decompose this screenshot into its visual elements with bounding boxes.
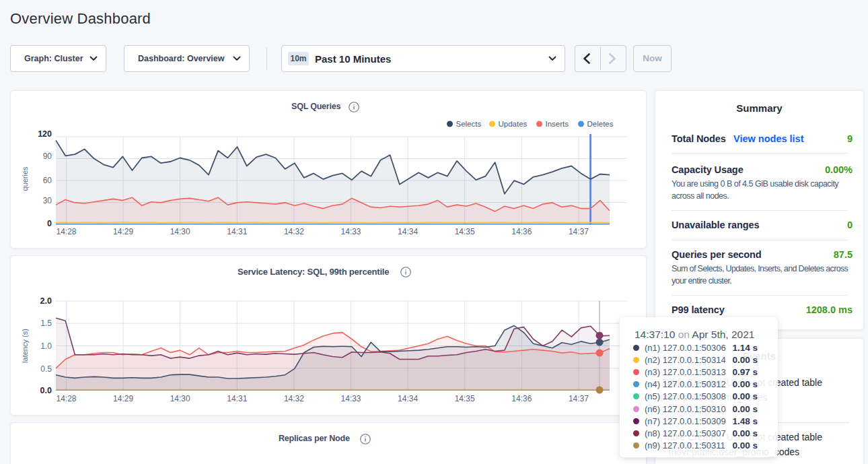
svg-text:0: 0	[47, 219, 52, 228]
svg-text:14:35: 14:35	[455, 227, 475, 236]
svg-text:14:33: 14:33	[340, 394, 361, 403]
svg-text:14:28: 14:28	[56, 227, 76, 236]
svg-text:14:34: 14:34	[398, 394, 418, 403]
svg-text:14:32: 14:32	[284, 394, 304, 403]
svg-text:14:29: 14:29	[113, 227, 133, 236]
svg-text:14:35: 14:35	[455, 394, 475, 403]
svg-text:Inserts: Inserts	[546, 120, 569, 128]
svg-text:14:30: 14:30	[170, 227, 190, 236]
svg-text:14:31: 14:31	[227, 227, 247, 236]
svg-text:14:29: 14:29	[113, 394, 133, 403]
svg-text:14:37: 14:37	[569, 227, 589, 236]
svg-text:0.5: 0.5	[40, 364, 52, 374]
svg-text:14:30: 14:30	[170, 394, 190, 403]
svg-text:queries: queries	[21, 166, 29, 191]
svg-text:14:28: 14:28	[56, 394, 76, 403]
svg-text:90: 90	[43, 152, 52, 161]
svg-text:1.0: 1.0	[40, 341, 52, 351]
svg-text:Selects: Selects	[456, 120, 482, 128]
svg-text:14:31: 14:31	[227, 394, 247, 403]
svg-text:14:32: 14:32	[284, 227, 304, 236]
svg-text:Updates: Updates	[499, 120, 528, 128]
svg-text:14:36: 14:36	[511, 227, 532, 236]
svg-text:latency (s): latency (s)	[21, 329, 29, 363]
svg-text:0.0: 0.0	[40, 386, 52, 395]
svg-text:30: 30	[43, 196, 52, 205]
svg-text:14:34: 14:34	[398, 227, 418, 236]
svg-text:14:33: 14:33	[340, 227, 361, 236]
svg-text:60: 60	[43, 176, 52, 185]
svg-text:14:37: 14:37	[569, 394, 589, 403]
svg-text:120: 120	[38, 129, 52, 139]
svg-text:Deletes: Deletes	[587, 120, 614, 128]
svg-text:14:36: 14:36	[511, 394, 532, 403]
svg-text:2.0: 2.0	[40, 296, 52, 306]
svg-text:1.5: 1.5	[40, 319, 52, 328]
